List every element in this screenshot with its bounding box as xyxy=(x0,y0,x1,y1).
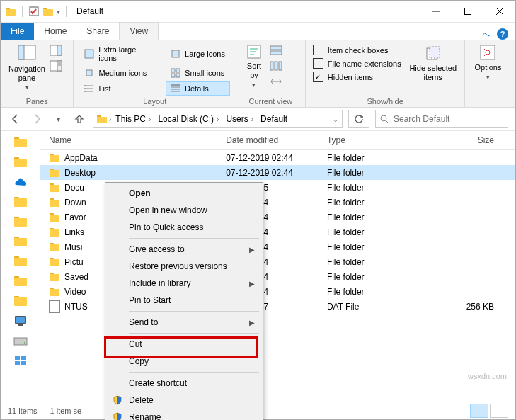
hidden-items-toggle[interactable]: ✓Hidden items xyxy=(311,70,403,84)
sort-by-button[interactable]: Sort by ▾ xyxy=(242,43,266,89)
folder-icon[interactable] xyxy=(13,215,28,229)
context-item-open-in-new-window[interactable]: Open in new window xyxy=(108,202,260,219)
context-item-cut[interactable]: Cut xyxy=(108,336,260,353)
large-icons-view-button[interactable] xyxy=(490,404,508,418)
search-icon xyxy=(380,115,389,124)
this-pc-icon[interactable] xyxy=(13,314,28,328)
refresh-button[interactable] xyxy=(348,110,369,128)
crumb-users[interactable]: Users› xyxy=(223,114,256,124)
folder-icon[interactable] xyxy=(13,294,28,308)
context-item-copy[interactable]: Copy xyxy=(108,353,260,370)
folder-icon[interactable] xyxy=(13,135,28,149)
layout-small[interactable]: Small icons xyxy=(166,66,230,80)
folder-icon[interactable] xyxy=(13,274,28,288)
tab-share[interactable]: Share xyxy=(76,23,119,40)
file-name: Musi xyxy=(64,242,82,252)
svg-rect-6 xyxy=(464,8,471,15)
col-type[interactable]: Type xyxy=(319,135,413,145)
layout-extra-large[interactable]: Extra large icons xyxy=(79,43,160,64)
navigation-pane-button[interactable]: Navigation pane ▾ xyxy=(6,43,47,91)
forward-button[interactable] xyxy=(29,111,45,127)
svg-rect-62 xyxy=(14,258,27,266)
search-placeholder: Search Default xyxy=(394,114,449,124)
file-name: Video xyxy=(64,287,86,297)
svg-rect-23 xyxy=(176,74,180,77)
navigation-tree[interactable] xyxy=(1,131,40,402)
details-view-button[interactable] xyxy=(470,404,488,418)
svg-rect-22 xyxy=(171,74,175,77)
file-name: Desktop xyxy=(64,168,96,178)
sort-icon xyxy=(246,43,263,60)
folder-icon[interactable] xyxy=(13,254,28,268)
folder-icon[interactable] xyxy=(13,195,28,209)
layout-details[interactable]: Details xyxy=(166,81,230,96)
context-item-restore-previous-versions[interactable]: Restore previous versions xyxy=(108,258,260,275)
breadcrumb[interactable]: › This PC› Local Disk (C:)› Users› Defau… xyxy=(93,110,343,128)
context-item-include-in-library[interactable]: Include in library▶ xyxy=(108,275,260,292)
folder-icon[interactable] xyxy=(13,155,28,169)
folder-icon[interactable] xyxy=(13,234,28,249)
qa-dropdown-icon[interactable]: ▾ xyxy=(57,8,60,16)
svg-rect-52 xyxy=(14,139,27,147)
hide-selected-button[interactable]: Hide selected items xyxy=(408,43,458,84)
options-button[interactable]: Options ▾ xyxy=(471,43,505,81)
crumb-default[interactable]: Default xyxy=(258,114,290,124)
folder-icon[interactable] xyxy=(42,6,54,17)
file-type: File folder xyxy=(319,212,413,222)
col-date[interactable]: Date modified xyxy=(217,135,319,145)
file-extensions-toggle[interactable]: File name extensions xyxy=(311,57,403,70)
table-row[interactable]: Desktop07-12-2019 02:44File folder xyxy=(40,165,515,180)
context-item-send-to[interactable]: Send to▶ xyxy=(108,314,260,331)
column-headers[interactable]: Name Date modified Type Size xyxy=(40,131,515,150)
chevron-right-icon: ▶ xyxy=(249,246,255,254)
context-item-delete[interactable]: Delete xyxy=(108,392,260,409)
context-item-create-shortcut[interactable]: Create shortcut xyxy=(108,375,260,392)
minimize-button[interactable] xyxy=(420,1,452,22)
maximize-button[interactable] xyxy=(452,1,483,22)
context-item-open[interactable]: Open xyxy=(108,185,260,202)
back-button[interactable] xyxy=(8,111,23,127)
layout-large[interactable]: Large icons xyxy=(166,43,230,64)
svg-point-29 xyxy=(84,91,86,92)
size-columns-button[interactable] xyxy=(269,74,283,89)
drive-icon[interactable] xyxy=(13,334,28,348)
svg-rect-68 xyxy=(16,317,25,323)
close-button[interactable] xyxy=(483,1,515,22)
table-row[interactable]: AppData07-12-2019 02:44File folder xyxy=(40,150,515,165)
svg-rect-54 xyxy=(14,159,27,167)
up-button[interactable] xyxy=(71,111,87,127)
onedrive-icon[interactable] xyxy=(13,175,28,189)
context-item-label: Create shortcut xyxy=(129,378,187,388)
context-item-give-access-to[interactable]: Give access to▶ xyxy=(108,241,260,258)
item-check-boxes-toggle[interactable]: Item check boxes xyxy=(311,43,403,57)
context-item-label: Copy xyxy=(129,356,149,366)
address-bar: ▾ › This PC› Local Disk (C:)› Users› Def… xyxy=(1,108,515,131)
context-separator xyxy=(129,372,259,373)
help-icon[interactable]: ? xyxy=(497,28,508,40)
col-name[interactable]: Name xyxy=(40,135,217,145)
recent-locations-button[interactable]: ▾ xyxy=(50,111,66,127)
crumb-this-pc[interactable]: This PC› xyxy=(113,114,154,124)
col-size[interactable]: Size xyxy=(413,135,515,145)
preview-pane-button[interactable] xyxy=(49,43,63,57)
context-item-pin-to-start[interactable]: Pin to Start xyxy=(108,292,260,309)
tab-file[interactable]: File xyxy=(1,23,34,40)
breadcrumb-dropdown-icon[interactable]: ⌵ xyxy=(333,115,342,123)
tab-view[interactable]: View xyxy=(119,22,159,40)
svg-rect-91 xyxy=(50,259,59,266)
details-pane-button[interactable] xyxy=(49,59,63,73)
group-by-button[interactable] xyxy=(269,43,283,57)
windows-icon[interactable] xyxy=(13,353,28,368)
crumb-local-disk[interactable]: Local Disk (C:)› xyxy=(155,114,222,124)
svg-rect-70 xyxy=(14,338,27,345)
add-columns-button[interactable] xyxy=(269,59,283,73)
layout-medium[interactable]: Medium icons xyxy=(79,66,160,80)
context-item-rename[interactable]: Rename xyxy=(108,409,260,420)
ribbon-collapse-icon[interactable]: へ xyxy=(482,29,490,40)
search-input[interactable]: Search Default xyxy=(375,110,508,128)
tab-home[interactable]: Home xyxy=(34,23,76,40)
layout-list[interactable]: List xyxy=(79,81,160,96)
context-item-pin-to-quick-access[interactable]: Pin to Quick access xyxy=(108,219,260,236)
context-item-label: Cut xyxy=(129,339,142,349)
checkbox-icon[interactable] xyxy=(28,6,40,17)
